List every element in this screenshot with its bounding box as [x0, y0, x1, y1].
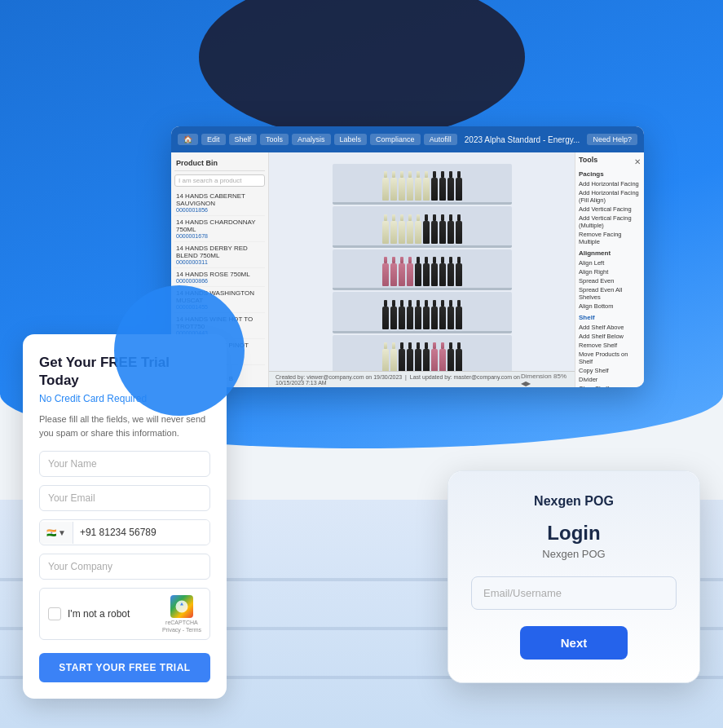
bottle — [407, 178, 413, 201]
recaptcha-label: reCAPTCHA — [165, 620, 198, 625]
bottle — [399, 221, 405, 244]
shelf-row-3 — [333, 249, 512, 290]
bottle — [456, 307, 462, 329]
captcha-row: I'm not a robot reCAPTCHA Privacy - Term… — [39, 588, 210, 640]
bottle — [423, 349, 430, 372]
bottle — [431, 263, 438, 286]
toolbar-analysis[interactable]: Analysis — [292, 134, 331, 145]
email-input[interactable] — [39, 485, 210, 511]
toolbar-shelf[interactable]: Shelf — [229, 134, 258, 145]
planogram-area: Created by: viewer@company.com on 19/30/… — [269, 152, 575, 387]
bottle — [390, 307, 397, 329]
tools-close[interactable]: ✕ — [634, 157, 641, 166]
bottle — [399, 307, 405, 329]
bottle — [456, 263, 462, 286]
recaptcha-terms: Privacy - Terms — [162, 627, 201, 633]
bottle — [456, 349, 462, 372]
tools-section-shelf: Shelf — [579, 314, 641, 321]
bottle — [382, 221, 389, 244]
tool-align-left[interactable]: Align Left — [579, 258, 641, 267]
bottle — [423, 263, 430, 286]
bottle — [407, 349, 413, 372]
phone-flag[interactable]: 🇮🇳 ▼ — [40, 522, 73, 544]
phone-row: 🇮🇳 ▼ — [39, 519, 210, 545]
tool-clear-shelf[interactable]: Clear Shelf — [579, 384, 641, 387]
bottle — [399, 178, 405, 201]
tool-spread-even-all[interactable]: Spread Even All Shelves — [579, 285, 641, 302]
login-subtitle: Nexgen POG — [471, 548, 677, 560]
tool-add-horiz-facing[interactable]: Add Horizontal Facing — [579, 179, 641, 188]
bottle — [415, 349, 421, 372]
company-input[interactable] — [39, 554, 210, 580]
toolbar-help[interactable]: Need Help? — [587, 134, 637, 145]
tool-align-bottom[interactable]: Align Bottom — [579, 302, 641, 311]
shelf-row-1 — [333, 164, 512, 205]
bottle — [456, 221, 462, 244]
toolbar-labels[interactable]: Labels — [334, 134, 368, 145]
bottle — [415, 221, 421, 244]
product-item-4[interactable]: 14 HANDS ROSE 750ML 0000000866 — [174, 268, 265, 287]
tool-copy-shelf[interactable]: Copy Shelf — [579, 366, 641, 375]
tool-add-vert-multiple[interactable]: Add Vertical Facing (Multiple) — [579, 214, 641, 230]
bottle — [431, 307, 438, 329]
product-item-1[interactable]: 14 HANDS CABERNET SAUVIGNON 0000001856 — [174, 190, 265, 216]
tool-move-products[interactable]: Move Products on Shelf — [579, 350, 641, 366]
app-toolbar: 🏠 Edit Shelf Tools Analysis Labels Compl… — [171, 126, 644, 152]
bottle — [423, 178, 430, 201]
tool-add-shelf-above[interactable]: Add Shelf Above — [579, 323, 641, 332]
bottle — [407, 307, 413, 329]
login-title: Login — [471, 522, 677, 545]
tool-add-vert-facing[interactable]: Add Vertical Facing — [579, 205, 641, 214]
toolbar-autofill[interactable]: Autofill — [424, 134, 457, 145]
bottle — [399, 263, 405, 286]
bottle — [399, 349, 405, 372]
name-input[interactable] — [39, 451, 210, 477]
tool-remove-facing[interactable]: Remove Facing Multiple — [579, 230, 641, 246]
captcha-checkbox[interactable] — [48, 607, 61, 620]
shelf-row-5 — [333, 335, 512, 376]
product-item-3[interactable]: 14 HANDS DERBY RED BLEND 750ML 000000031… — [174, 242, 265, 268]
phone-input[interactable] — [73, 520, 209, 545]
bottle — [382, 178, 389, 201]
tool-fill-align[interactable]: Add Horizontal Facing (Fill Align) — [579, 188, 641, 205]
bottle — [439, 307, 446, 329]
bottle — [439, 221, 446, 244]
product-bin-header: Product Bin — [174, 156, 265, 171]
toolbar-compliance[interactable]: Compliance — [370, 134, 421, 145]
toolbar-tools[interactable]: Tools — [260, 134, 289, 145]
bottle — [447, 178, 454, 201]
bottle — [423, 307, 430, 329]
bottle — [431, 221, 438, 244]
tool-add-shelf-below[interactable]: Add Shelf Below — [579, 332, 641, 341]
bottle — [390, 349, 397, 372]
bottle — [415, 178, 421, 201]
tool-divider[interactable]: Divider — [579, 375, 641, 384]
product-search[interactable]: I am search a product — [174, 174, 265, 187]
tools-panel: Tools ✕ Pacings Add Horizontal Facing Ad… — [575, 152, 644, 387]
bottle — [390, 178, 397, 201]
toolbar-edit[interactable]: Edit — [201, 134, 226, 145]
toolbar-home[interactable]: 🏠 — [178, 134, 198, 145]
tools-section-pacings: Pacings — [579, 170, 641, 178]
tools-section-alignment: Alignment — [579, 249, 641, 257]
status-text: Created by: viewer@company.com on 19/30/… — [276, 374, 521, 386]
form-description: Please fill all the fields, we will neve… — [39, 413, 210, 439]
login-card: Nexgen POG Login Nexgen POG Next — [447, 470, 700, 683]
bottle — [447, 349, 454, 372]
bottle — [382, 307, 389, 329]
product-item-2[interactable]: 14 HANDS CHARDONNAY 750ML 0000001678 — [174, 216, 265, 242]
bottle — [382, 349, 389, 372]
bottle — [415, 263, 421, 286]
bottle — [447, 307, 454, 329]
bottle — [439, 263, 446, 286]
bottle — [439, 178, 446, 201]
trial-button[interactable]: START YOUR FREE TRIAL — [39, 653, 210, 682]
recaptcha-svg — [174, 599, 189, 614]
tool-align-right[interactable]: Align Right — [579, 267, 641, 276]
tool-spread-even[interactable]: Spread Even — [579, 276, 641, 285]
next-button[interactable]: Next — [520, 626, 628, 660]
shelf-row-4 — [333, 292, 512, 333]
tool-remove-shelf[interactable]: Remove Shelf — [579, 341, 641, 350]
login-email-input[interactable] — [471, 576, 677, 610]
app-statusbar: Created by: viewer@company.com on 19/30/… — [269, 371, 575, 387]
